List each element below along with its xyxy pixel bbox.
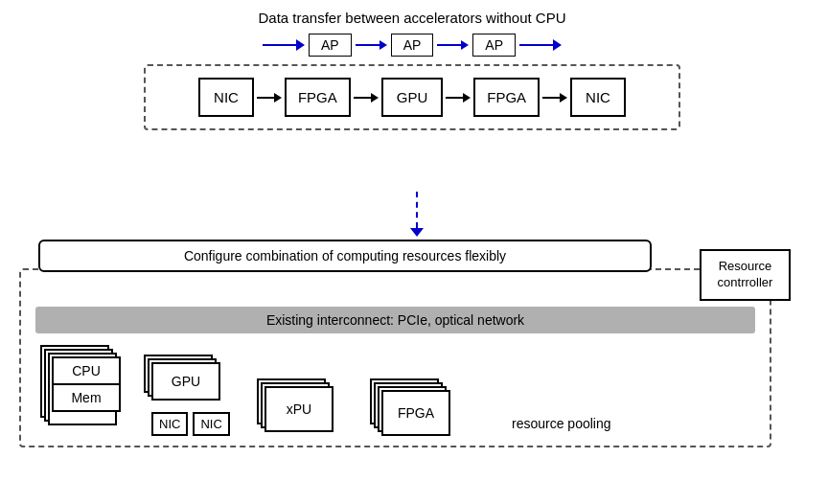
ap-arrow-1 (356, 40, 387, 50)
resource-pooling-label: resource pooling (512, 416, 611, 436)
resource-controller: Resource contrroller (700, 249, 791, 301)
acc-gpu: GPU (381, 78, 444, 117)
interconnect-bar: Existing interconnect: PCIe, optical net… (35, 307, 755, 333)
acc-fpga-1: FPGA (285, 78, 351, 117)
vertical-connector (410, 192, 424, 237)
ap-arrow-2 (437, 40, 469, 50)
nic-label-2: NIC (193, 412, 229, 436)
main-container: Data transfer between accelerators witho… (19, 10, 805, 493)
top-label: Data transfer between accelerators witho… (144, 10, 680, 26)
acc-arrow-2 (354, 93, 379, 103)
gpu-label: GPU (172, 374, 200, 389)
resources-row: CPU Mem GPU NIC NIC (35, 345, 755, 436)
configure-bar: Configure combination of computing resou… (38, 240, 652, 272)
ap-box-3: AP (472, 34, 516, 57)
nic-label-1: NIC (151, 412, 188, 436)
top-section: Data transfer between accelerators witho… (144, 10, 680, 130)
gpu-group: GPU NIC NIC (144, 355, 240, 436)
ap-box-2: AP (391, 34, 434, 57)
acc-arrow-1 (257, 93, 282, 103)
xpu-label: xPU (287, 401, 311, 417)
mem-label: Mem (54, 385, 119, 410)
acc-nic-2: NIC (570, 78, 626, 117)
ap-arrow-3 (519, 39, 562, 51)
acc-fpga-2: FPGA (473, 78, 540, 117)
ap-left-arrow (263, 39, 305, 51)
bottom-dashed-box: Existing interconnect: PCIe, optical net… (19, 268, 771, 447)
acc-arrow-3 (446, 93, 471, 103)
cpu-label: CPU (54, 358, 119, 385)
cpu-group: CPU Mem (40, 345, 126, 436)
accelerator-box: NIC FPGA GPU FPGA NIC (144, 64, 680, 130)
acc-arrow-4 (542, 93, 567, 103)
fpga-group: FPGA (370, 378, 475, 436)
ap-box-1: AP (309, 34, 352, 57)
acc-nic-1: NIC (198, 78, 254, 117)
fpga-label: FPGA (398, 405, 434, 421)
xpu-group: xPU (257, 378, 353, 436)
ap-row: AP AP AP (144, 34, 680, 57)
